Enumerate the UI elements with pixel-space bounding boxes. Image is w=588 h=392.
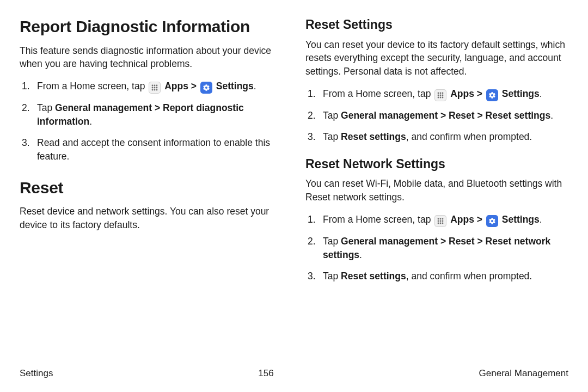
svg-point-7 bbox=[154, 89, 156, 91]
step-text: Tap bbox=[323, 131, 341, 142]
step-1: From a Home screen, tap Apps > Settings. bbox=[305, 213, 568, 227]
step-post: , and confirm when prompted. bbox=[406, 131, 532, 142]
footer-left: Settings bbox=[20, 368, 53, 379]
svg-point-21 bbox=[438, 220, 439, 222]
apps-icon bbox=[149, 82, 161, 94]
apps-label: Apps bbox=[450, 88, 474, 99]
period: . bbox=[254, 81, 256, 91]
sep: > bbox=[188, 81, 199, 91]
intro-report-diagnostic: This feature sends diagnostic informatio… bbox=[20, 44, 283, 71]
footer-page-number: 156 bbox=[258, 368, 273, 379]
svg-point-8 bbox=[156, 89, 158, 91]
step-bold: Reset settings bbox=[341, 271, 406, 281]
period: . bbox=[540, 88, 542, 99]
right-column: Reset Settings You can reset your device… bbox=[305, 17, 568, 296]
svg-point-10 bbox=[440, 93, 442, 94]
step-text: Tap bbox=[323, 110, 341, 121]
heading-reset-network: Reset Network Settings bbox=[305, 157, 568, 172]
step-text: Tap bbox=[323, 236, 341, 247]
step-1: From a Home screen, tap Apps > Settings. bbox=[20, 79, 283, 94]
step-1: From a Home screen, tap Apps > Settings. bbox=[305, 87, 568, 101]
settings-icon bbox=[486, 215, 498, 227]
step-bold: General management > Reset > Reset netwo… bbox=[323, 236, 550, 260]
svg-point-25 bbox=[440, 223, 442, 224]
svg-point-2 bbox=[156, 85, 158, 87]
step-3: Tap Reset settings, and confirm when pro… bbox=[305, 130, 568, 144]
apps-icon bbox=[434, 215, 446, 227]
apps-icon bbox=[434, 89, 446, 101]
settings-icon bbox=[200, 82, 212, 94]
period: . bbox=[359, 249, 362, 260]
left-column: Report Diagnostic Information This featu… bbox=[20, 17, 283, 296]
step-text: Tap bbox=[323, 271, 341, 281]
step-2: Tap General management > Reset > Reset s… bbox=[305, 109, 568, 122]
intro-reset-network: You can reset Wi-Fi, Mobile data, and Bl… bbox=[305, 177, 568, 204]
svg-point-13 bbox=[440, 95, 442, 96]
settings-icon bbox=[486, 89, 498, 101]
step-2: Tap General management > Reset > Reset n… bbox=[305, 235, 568, 262]
intro-reset: Reset device and network settings. You c… bbox=[20, 205, 283, 232]
svg-point-9 bbox=[438, 93, 439, 94]
svg-point-16 bbox=[440, 97, 442, 99]
apps-label: Apps bbox=[450, 214, 474, 225]
step-post: , and confirm when prompted. bbox=[406, 271, 532, 281]
sep: > bbox=[474, 88, 485, 99]
svg-point-4 bbox=[154, 87, 156, 89]
svg-point-6 bbox=[152, 89, 154, 91]
step-bold: Reset settings bbox=[341, 131, 406, 142]
intro-reset-settings: You can reset your device to its factory… bbox=[305, 38, 568, 79]
svg-point-18 bbox=[438, 218, 439, 220]
settings-label: Settings bbox=[216, 81, 254, 91]
footer-right: General Management bbox=[479, 368, 568, 379]
heading-reset-settings: Reset Settings bbox=[305, 17, 568, 33]
step-bold: General management > Reset > Reset setti… bbox=[341, 110, 550, 121]
step-3: Tap Reset settings, and confirm when pro… bbox=[305, 270, 568, 283]
svg-point-1 bbox=[154, 85, 156, 87]
step-3: Read and accept the consent information … bbox=[20, 136, 283, 163]
svg-point-14 bbox=[442, 95, 444, 96]
svg-point-3 bbox=[152, 87, 154, 89]
page-footer: Settings 156 General Management bbox=[20, 368, 568, 379]
settings-label: Settings bbox=[502, 88, 540, 99]
step-text: Tap bbox=[37, 102, 55, 113]
heading-reset: Reset bbox=[20, 179, 283, 198]
steps-report-diagnostic: From a Home screen, tap Apps > Settings.… bbox=[20, 79, 283, 163]
step-2: Tap General management > Report diagnost… bbox=[20, 101, 283, 128]
period: . bbox=[550, 110, 553, 121]
step-bold: General management > Report diagnostic i… bbox=[37, 102, 244, 127]
svg-point-26 bbox=[442, 223, 444, 224]
svg-point-11 bbox=[442, 93, 444, 94]
sep: > bbox=[474, 214, 485, 225]
svg-point-20 bbox=[442, 218, 444, 220]
step-text: From a Home screen, tap bbox=[323, 88, 433, 99]
svg-point-17 bbox=[442, 97, 444, 99]
steps-reset-settings: From a Home screen, tap Apps > Settings.… bbox=[305, 87, 568, 144]
settings-label: Settings bbox=[502, 214, 540, 225]
svg-point-19 bbox=[440, 218, 442, 220]
period: . bbox=[540, 214, 542, 225]
heading-report-diagnostic: Report Diagnostic Information bbox=[20, 17, 283, 36]
svg-point-0 bbox=[152, 85, 154, 87]
apps-label: Apps bbox=[164, 81, 188, 91]
steps-reset-network: From a Home screen, tap Apps > Settings.… bbox=[305, 213, 568, 283]
svg-point-22 bbox=[440, 220, 442, 222]
svg-point-24 bbox=[438, 223, 439, 224]
step-text: From a Home screen, tap bbox=[323, 214, 433, 225]
step-text: From a Home screen, tap bbox=[37, 81, 148, 91]
svg-point-23 bbox=[442, 220, 444, 222]
svg-point-15 bbox=[438, 97, 439, 99]
period: . bbox=[89, 116, 92, 127]
svg-point-5 bbox=[156, 87, 158, 89]
svg-point-12 bbox=[438, 95, 439, 96]
